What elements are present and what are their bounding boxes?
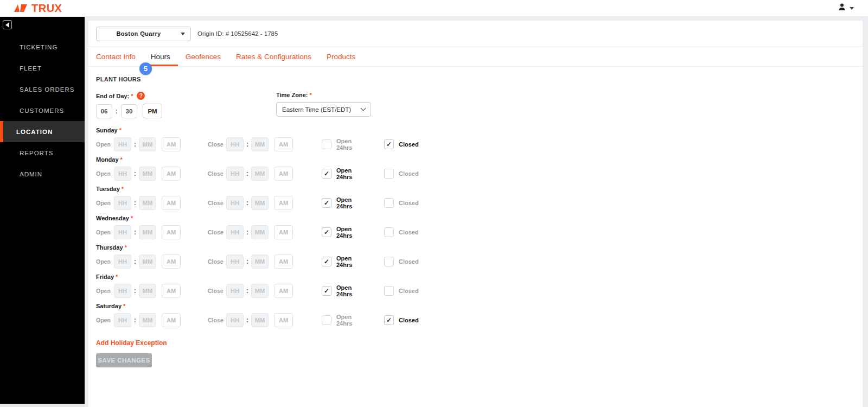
help-icon[interactable]: ? <box>137 92 145 100</box>
close-minute-input <box>251 313 269 327</box>
closed-checkbox[interactable]: ✓ Closed <box>384 257 429 266</box>
trux-logo-text: TRUX <box>31 2 62 15</box>
checkbox-icon: ✓ <box>322 286 331 296</box>
open-meridiem-button: AM <box>162 225 181 239</box>
day-label: Tuesday* <box>96 186 863 192</box>
tab-hours[interactable]: Hours 5 <box>143 47 178 66</box>
close-hour-input <box>226 167 244 181</box>
tab-contact-info[interactable]: Contact Info <box>88 47 143 66</box>
tab-rates-configurations[interactable]: Rates & Configurations <box>228 47 319 66</box>
close-meridiem-button: AM <box>274 167 293 181</box>
tab-geofences[interactable]: Geofences <box>178 47 228 66</box>
day-label: Wednesday* <box>96 215 863 221</box>
open-24hrs-checkbox[interactable]: ✓ Open 24hrs <box>322 255 367 268</box>
close-hour-input <box>226 225 244 239</box>
required-asterisk: * <box>119 127 122 133</box>
open-24hrs-checkbox[interactable]: ✓ Open 24hrs <box>322 314 367 327</box>
sidebar-item-ticketing[interactable]: TICKETING <box>0 36 85 58</box>
location-selector[interactable]: Boston Quarry <box>96 27 191 41</box>
closed-checkbox[interactable]: ✓ Closed <box>384 169 429 179</box>
close-hour-input <box>226 284 244 298</box>
day-schedule-row: Wednesday* Open : AM Close : AM <box>96 215 863 239</box>
close-label: Close <box>208 141 226 148</box>
open-label: Open <box>96 258 114 265</box>
day-schedule-row: Saturday* Open : AM Close : AM <box>96 303 863 327</box>
open-24hrs-checkbox[interactable]: ✓ Open 24hrs <box>322 196 367 209</box>
open-24hrs-checkbox[interactable]: ✓ Open 24hrs <box>322 284 367 297</box>
close-hour-input <box>226 255 244 269</box>
closed-checkbox[interactable]: ✓ Closed <box>384 227 429 237</box>
sidebar-collapse-button[interactable] <box>3 20 12 29</box>
day-schedule-row: Tuesday* Open : AM Close : AM <box>96 186 863 210</box>
open-label: Open <box>96 229 114 236</box>
trux-logo: TRUX <box>14 2 62 15</box>
section-title: PLANT HOURS <box>96 76 863 82</box>
sidebar-item-label: ADMIN <box>20 171 42 177</box>
location-toolbar: Boston Quarry Origin ID: # 10525642 - 17… <box>88 21 863 47</box>
close-label: Close <box>208 288 226 294</box>
day-label: Friday* <box>96 274 863 280</box>
time-zone-group: Time Zone: * Eastern Time (EST/EDT) <box>276 92 371 118</box>
open-24hrs-checkbox[interactable]: ✓ Open 24hrs <box>322 167 367 180</box>
sidebar-item-reports[interactable]: REPORTS <box>0 142 85 163</box>
tab-bar: Contact Info Hours 5 Geofences Rates & C… <box>88 47 863 67</box>
tab-label: Contact Info <box>96 53 136 61</box>
open-hour-input <box>114 313 131 327</box>
time-zone-select[interactable]: Eastern Time (EST/EDT) <box>276 102 371 117</box>
sidebar-item-customers[interactable]: CUSTOMERS <box>0 100 85 121</box>
day-label: Thursday* <box>96 244 863 251</box>
open-label: Open <box>96 317 114 323</box>
sidebar-item-label: REPORTS <box>20 150 53 156</box>
required-asterisk: * <box>120 156 123 163</box>
open-label: Open <box>96 141 114 148</box>
close-meridiem-button: AM <box>274 196 293 210</box>
user-icon <box>838 3 846 14</box>
open-24hrs-checkbox[interactable]: ✓ Open 24hrs <box>322 226 367 239</box>
checkbox-icon: ✓ <box>384 227 394 237</box>
open-meridiem-button: AM <box>162 284 181 298</box>
end-of-day-label: End of Day: * ? <box>96 92 162 100</box>
open-minute-input <box>139 225 156 239</box>
open-label: Open <box>96 200 114 206</box>
checkbox-icon: ✓ <box>384 257 394 266</box>
open-minute-input <box>139 313 156 327</box>
sidebar-item-admin[interactable]: ADMIN <box>0 163 85 185</box>
tab-products[interactable]: Products <box>319 47 363 66</box>
chevron-down-icon <box>361 106 366 111</box>
eod-minute-input[interactable] <box>121 104 137 118</box>
close-meridiem-button: AM <box>274 313 293 327</box>
add-holiday-exception-link[interactable]: Add Holiday Exception <box>96 339 167 347</box>
open-label: Open <box>96 170 114 177</box>
checkbox-icon: ✓ <box>384 315 394 325</box>
open-meridiem-button: AM <box>162 196 181 210</box>
sidebar: TICKETING FLEET SALES ORDERS CUSTOMERS L… <box>0 17 85 404</box>
sidebar-item-location[interactable]: LOCATION <box>0 121 85 142</box>
required-asterisk: * <box>309 92 311 98</box>
content-card: Boston Quarry Origin ID: # 10525642 - 17… <box>88 21 863 407</box>
trux-logo-icon <box>14 3 28 13</box>
scrollbar-corner <box>0 404 85 407</box>
close-meridiem-button: AM <box>274 225 293 239</box>
eod-meridiem-button[interactable]: PM <box>143 104 162 118</box>
close-label: Close <box>208 170 226 177</box>
user-menu[interactable] <box>838 3 854 14</box>
tab-label: Rates & Configurations <box>236 53 311 61</box>
closed-checkbox[interactable]: ✓ Closed <box>384 139 429 149</box>
open-minute-input <box>139 284 156 298</box>
user-menu-caret-icon <box>850 7 854 10</box>
open-24hrs-checkbox[interactable]: ✓ Open 24hrs <box>322 138 367 151</box>
close-minute-input <box>251 137 269 151</box>
save-changes-button[interactable]: SAVE CHANGES <box>96 353 152 367</box>
closed-checkbox[interactable]: ✓ Closed <box>384 315 429 325</box>
close-minute-input <box>251 284 269 298</box>
eod-hour-input[interactable] <box>96 104 112 118</box>
sidebar-item-fleet[interactable]: FLEET <box>0 58 85 79</box>
app-header: TRUX <box>0 0 868 17</box>
closed-checkbox[interactable]: ✓ Closed <box>384 198 429 208</box>
day-label: Sunday* <box>96 127 863 133</box>
close-meridiem-button: AM <box>274 284 293 298</box>
checkbox-icon: ✓ <box>322 227 331 237</box>
sidebar-item-sales-orders[interactable]: SALES ORDERS <box>0 79 85 100</box>
checkbox-icon: ✓ <box>384 286 394 296</box>
closed-checkbox[interactable]: ✓ Closed <box>384 286 429 296</box>
